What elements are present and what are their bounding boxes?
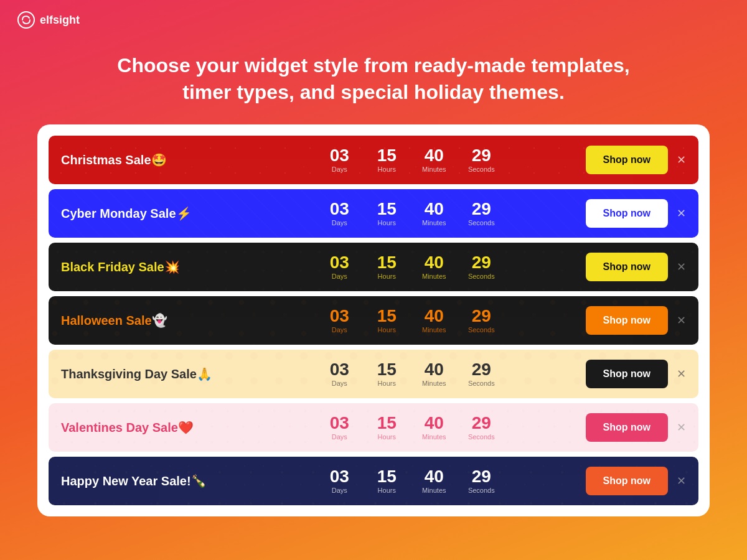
row-title-thanksgiving: Thanksgiving Day Sale🙏 <box>61 366 248 381</box>
hours-label: Hours <box>372 433 402 441</box>
hours-num: 15 <box>372 254 402 271</box>
minutes-label: Minutes <box>419 380 449 387</box>
hours-unit: 15 Hours <box>372 254 402 280</box>
shop-now-button-newyear[interactable]: Shop now <box>586 467 668 495</box>
minutes-label: Minutes <box>419 219 449 226</box>
seconds-num: 29 <box>466 361 496 378</box>
timer-units-christmas: 03 Days 15 Hours 40 Minutes 29 Seconds <box>248 147 573 173</box>
close-button-valentines[interactable]: ✕ <box>677 422 686 433</box>
hours-label: Hours <box>372 273 402 280</box>
days-label: Days <box>324 326 354 334</box>
hours-label: Hours <box>372 166 402 173</box>
timer-units-valentines: 03 Days 15 Hours 40 Minutes 29 Seconds <box>248 414 573 441</box>
days-label: Days <box>324 433 354 441</box>
minutes-num: 40 <box>419 147 449 164</box>
hours-num: 15 <box>372 307 402 325</box>
row-title-halloween: Halloween Sale👻 <box>61 313 248 328</box>
minutes-label: Minutes <box>419 166 449 173</box>
timer-row-halloween: Halloween Sale👻 03 Days 15 Hours 40 Minu… <box>49 296 698 345</box>
seconds-label: Seconds <box>466 219 496 226</box>
row-title-cyber: Cyber Monday Sale⚡ <box>61 206 248 221</box>
days-num: 03 <box>324 307 354 325</box>
row-title-christmas: Christmas Sale🤩 <box>61 152 248 167</box>
timer-units-thanksgiving: 03 Days 15 Hours 40 Minutes 29 Seconds <box>248 361 573 387</box>
shop-now-button-halloween[interactable]: Shop now <box>586 306 668 335</box>
days-num: 03 <box>324 254 354 271</box>
days-label: Days <box>324 166 354 173</box>
close-button-christmas[interactable]: ✕ <box>677 154 686 166</box>
seconds-unit: 29 Seconds <box>466 361 496 387</box>
minutes-label: Minutes <box>419 433 449 441</box>
hours-unit: 15 Hours <box>372 200 402 226</box>
seconds-unit: 29 Seconds <box>466 468 496 494</box>
seconds-unit: 29 Seconds <box>466 147 496 173</box>
minutes-unit: 40 Minutes <box>419 414 449 441</box>
hours-label: Hours <box>372 326 402 334</box>
seconds-label: Seconds <box>466 487 496 494</box>
card-container: Christmas Sale🤩 03 Days 15 Hours 40 Minu… <box>37 124 710 516</box>
hours-unit: 15 Hours <box>372 147 402 173</box>
minutes-num: 40 <box>419 200 449 218</box>
timer-units-newyear: 03 Days 15 Hours 40 Minutes 29 Seconds <box>248 468 573 494</box>
seconds-num: 29 <box>466 414 496 432</box>
days-unit: 03 Days <box>324 414 354 441</box>
seconds-unit: 29 Seconds <box>466 307 496 334</box>
minutes-label: Minutes <box>419 273 449 280</box>
timer-row-cyber: Cyber Monday Sale⚡ 03 Days 15 Hours 40 M… <box>49 189 698 238</box>
close-button-blackfriday[interactable]: ✕ <box>677 261 686 273</box>
hours-label: Hours <box>372 380 402 387</box>
hours-unit: 15 Hours <box>372 361 402 387</box>
seconds-label: Seconds <box>466 326 496 334</box>
minutes-num: 40 <box>419 414 449 432</box>
seconds-num: 29 <box>466 307 496 325</box>
days-label: Days <box>324 273 354 280</box>
seconds-label: Seconds <box>466 380 496 387</box>
hours-num: 15 <box>372 414 402 432</box>
days-num: 03 <box>324 468 354 485</box>
shop-now-button-blackfriday[interactable]: Shop now <box>586 253 668 281</box>
timer-units-halloween: 03 Days 15 Hours 40 Minutes 29 Seconds <box>248 307 573 334</box>
close-button-newyear[interactable]: ✕ <box>677 475 686 487</box>
seconds-unit: 29 Seconds <box>466 200 496 226</box>
minutes-label: Minutes <box>419 487 449 494</box>
hours-label: Hours <box>372 487 402 494</box>
seconds-label: Seconds <box>466 273 496 280</box>
shop-now-button-valentines[interactable]: Shop now <box>586 413 668 442</box>
close-button-thanksgiving[interactable]: ✕ <box>677 368 686 380</box>
days-unit: 03 Days <box>324 468 354 494</box>
hours-label: Hours <box>372 219 402 226</box>
shop-now-button-cyber[interactable]: Shop now <box>586 199 668 228</box>
shop-now-button-thanksgiving[interactable]: Shop now <box>586 360 668 388</box>
seconds-label: Seconds <box>466 433 496 441</box>
seconds-num: 29 <box>466 468 496 485</box>
minutes-unit: 40 Minutes <box>419 361 449 387</box>
minutes-unit: 40 Minutes <box>419 254 449 280</box>
days-num: 03 <box>324 414 354 432</box>
brand-name: elfsight <box>40 14 80 27</box>
headline-line1: Choose your widget style from ready-made… <box>117 54 629 77</box>
seconds-num: 29 <box>466 254 496 271</box>
minutes-num: 40 <box>419 468 449 485</box>
row-title-blackfriday: Black Friday Sale💥 <box>61 259 248 274</box>
seconds-num: 29 <box>466 200 496 218</box>
shop-now-button-christmas[interactable]: Shop now <box>586 146 668 174</box>
row-title-newyear: Happy New Year Sale!🍾 <box>61 474 248 488</box>
timer-row-newyear: Happy New Year Sale!🍾 03 Days 15 Hours 4… <box>49 457 698 505</box>
headline: Choose your widget style from ready-made… <box>0 40 747 124</box>
hours-num: 15 <box>372 147 402 164</box>
header: elfsight <box>0 0 747 40</box>
timer-row-christmas: Christmas Sale🤩 03 Days 15 Hours 40 Minu… <box>49 136 698 184</box>
minutes-num: 40 <box>419 254 449 271</box>
minutes-num: 40 <box>419 307 449 325</box>
days-unit: 03 Days <box>324 200 354 226</box>
days-num: 03 <box>324 361 354 378</box>
logo: elfsight <box>17 11 80 29</box>
timer-units-cyber: 03 Days 15 Hours 40 Minutes 29 Seconds <box>248 200 573 226</box>
timer-row-thanksgiving: Thanksgiving Day Sale🙏 03 Days 15 Hours … <box>49 350 698 398</box>
logo-icon <box>17 11 35 29</box>
hours-num: 15 <box>372 361 402 378</box>
close-button-halloween[interactable]: ✕ <box>677 315 686 326</box>
minutes-label: Minutes <box>419 326 449 334</box>
seconds-num: 29 <box>466 147 496 164</box>
close-button-cyber[interactable]: ✕ <box>677 208 686 219</box>
